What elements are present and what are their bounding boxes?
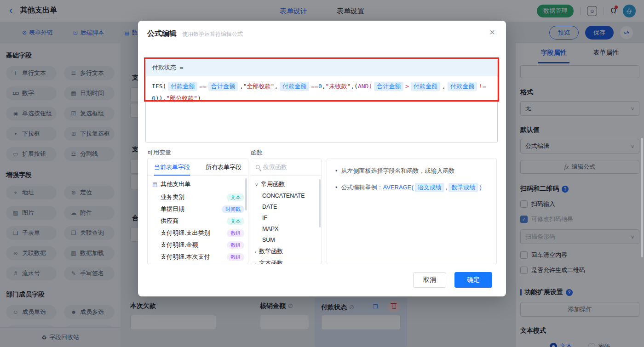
formula-token: )	[197, 95, 201, 102]
formula-token: ,	[274, 83, 278, 90]
example-function: AVERAGE(	[383, 184, 414, 191]
variable-row[interactable]: 支付明细.金额数组	[148, 239, 248, 251]
formula-field-token[interactable]: 付款金额	[411, 82, 440, 91]
formula-token: "全部收款"	[243, 83, 275, 90]
formula-token: "部分收款"	[166, 95, 197, 102]
variable-row[interactable]: 支付明细.本次支付数组	[148, 251, 248, 263]
cancel-button[interactable]: 取消	[413, 272, 446, 288]
type-badge: 时间戳	[222, 205, 244, 213]
function-item-date[interactable]: DATE	[251, 201, 322, 212]
formula-token: ,	[240, 83, 243, 90]
functions-panel-title: 函数	[251, 148, 263, 157]
formula-token: ,	[322, 83, 326, 90]
formula-field-token[interactable]: 合计金额	[208, 82, 238, 91]
function-search[interactable]	[251, 159, 322, 176]
variables-panel: 当前表单字段 所有表单字段 ▤其他支出单 业务类别文本 单据日期时间戳 供应商文…	[147, 159, 248, 264]
formula-token: 0	[152, 95, 155, 102]
bullet: •	[335, 183, 338, 192]
formula-token: AND(	[358, 83, 372, 90]
tab-all-form-fields[interactable]: 所有表单字段	[206, 159, 242, 176]
function-item-sum[interactable]: SUM	[251, 234, 322, 245]
variables-panel-title: 可用变量	[147, 148, 171, 157]
bullet: •	[335, 166, 338, 176]
formula-token: ==	[311, 83, 318, 90]
type-badge: 数组	[227, 253, 244, 261]
type-badge: 文本	[227, 193, 244, 201]
chevron-down-icon: ∨	[255, 182, 258, 187]
formula-expression[interactable]: IFS(付款金额==合计金额,"全部收款",付款金额==0,"未收款",(AND…	[146, 76, 497, 108]
example-field-token: 语文成绩	[415, 183, 444, 192]
confirm-button[interactable]: 确定	[454, 272, 492, 288]
modal-title: 公式编辑	[147, 29, 177, 39]
modal-subtitle: 使用数学运算符编辑公式	[182, 30, 243, 38]
functions-panel: ∨常用函数 CONCATENATE DATE IF MAPX SUM ›数学函数…	[251, 159, 322, 264]
function-group-text[interactable]: ›文本函数	[251, 257, 322, 264]
type-badge: 数组	[227, 229, 244, 237]
formula-editor[interactable]: 付款状态 = IFS(付款金额==合计金额,"全部收款",付款金额==0,"未收…	[145, 59, 498, 142]
formula-token: ,	[442, 83, 446, 90]
function-group-common[interactable]: ∨常用函数	[251, 178, 322, 190]
formula-editor-modal: 公式编辑 使用数学运算符编辑公式 × 付款状态 = IFS(付款金额==合计金额…	[138, 21, 506, 296]
function-search-input[interactable]	[263, 164, 317, 171]
variables-root-node[interactable]: ▤其他支出单	[148, 177, 248, 191]
type-badge: 文本	[227, 217, 244, 225]
scrollbar-thumb[interactable]	[319, 179, 321, 228]
formula-token: ))	[155, 95, 163, 102]
variable-row[interactable]: 供应商文本	[148, 215, 248, 227]
variable-row[interactable]: 单据日期时间戳	[148, 203, 248, 215]
function-item-concatenate[interactable]: CONCATENATE	[251, 190, 322, 201]
function-item-mapx[interactable]: MAPX	[251, 223, 322, 234]
close-icon[interactable]: ×	[489, 27, 495, 38]
tab-current-form-fields[interactable]: 当前表单字段	[154, 159, 190, 176]
formula-token: >	[405, 83, 409, 90]
formula-field-token[interactable]: 付款金额	[280, 82, 309, 91]
formula-target-line: 付款状态 =	[146, 59, 497, 76]
formula-token: "未收款"	[326, 83, 351, 90]
formula-token: 0	[318, 83, 322, 90]
scrollbar-thumb[interactable]	[641, 138, 643, 257]
formula-token: IFS(	[152, 83, 166, 90]
document-icon: ▤	[152, 181, 157, 188]
scrollbar-thumb[interactable]	[245, 178, 247, 210]
function-item-if[interactable]: IF	[251, 212, 322, 223]
function-group-math[interactable]: ›数学函数	[251, 245, 322, 257]
variable-row[interactable]: 业务类别文本	[148, 191, 248, 203]
type-badge: 数组	[227, 241, 244, 249]
variable-row[interactable]: 支付明细.支出类别数组	[148, 227, 248, 239]
formula-token: ,(	[351, 83, 358, 90]
search-icon	[256, 165, 260, 169]
chevron-right-icon: ›	[255, 249, 256, 254]
chevron-right-icon: ›	[255, 261, 256, 265]
formula-field-token[interactable]: 付款金额	[168, 82, 197, 91]
formula-token: !=	[479, 83, 486, 90]
formula-help-panel: •从左侧面板选择字段名和函数，或输入函数 •公式编辑举例：AVERAGE(语文成…	[327, 159, 497, 264]
formula-field-token[interactable]: 付款金额	[448, 82, 477, 91]
formula-field-token[interactable]: 合计金额	[374, 82, 403, 91]
example-field-token: 数学成绩	[448, 183, 478, 192]
formula-token: ==	[199, 83, 207, 90]
example-paren: )	[479, 184, 481, 191]
